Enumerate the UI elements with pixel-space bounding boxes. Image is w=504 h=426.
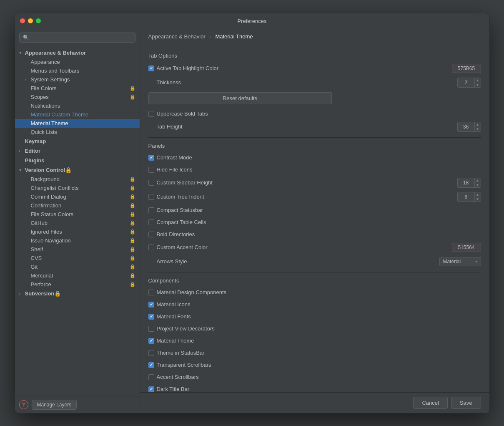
hide-file-icons-label: Hide File Icons	[157, 166, 193, 173]
tab-height-up[interactable]: ▲	[475, 122, 481, 127]
sidebar-item-changelist-conflicts[interactable]: Changelist Conflicts 🔒	[15, 184, 140, 192]
theme-in-statusbar-row: Theme in StatusBar	[148, 348, 481, 358]
lock-icon: 🔒	[130, 238, 135, 243]
thickness-up[interactable]: ▲	[475, 78, 481, 83]
active-tab-highlight-row: Active Tab Highlight Color 575B65	[148, 63, 481, 74]
uppercase-bold-tabs-checkbox[interactable]	[148, 111, 154, 117]
custom-tree-indent-up[interactable]: ▲	[475, 192, 481, 197]
material-theme-checkbox[interactable]	[148, 338, 154, 344]
thickness-down[interactable]: ▼	[475, 83, 481, 87]
sidebar-item-quick-lists[interactable]: Quick Lists	[15, 128, 140, 136]
material-design-components-checkbox[interactable]	[148, 290, 154, 295]
material-design-components-label: Material Design Components	[157, 289, 227, 295]
theme-in-statusbar-checkbox[interactable]	[148, 350, 154, 356]
thickness-row: Thickness 2 ▲ ▼	[148, 77, 481, 88]
maximize-button[interactable]	[36, 18, 41, 23]
compact-table-cells-checkbox[interactable]	[148, 219, 154, 225]
sidebar-item-appearance-behavior[interactable]: ▾ Appearance & Behavior	[15, 48, 140, 58]
sidebar-item-keymap[interactable]: › Keymap	[15, 136, 140, 146]
sidebar-item-github[interactable]: GitHub 🔒	[15, 219, 140, 227]
help-button[interactable]: ?	[19, 400, 28, 409]
search-input[interactable]	[19, 33, 135, 43]
compact-statusbar-checkbox[interactable]	[148, 207, 154, 213]
transparent-scrollbars-checkbox[interactable]	[148, 362, 154, 368]
sidebar-label: Appearance	[31, 59, 60, 65]
sidebar-item-background[interactable]: Background 🔒	[15, 175, 140, 184]
custom-accent-color-swatch[interactable]: 515564	[452, 243, 481, 252]
save-button[interactable]: Save	[451, 397, 481, 409]
accent-scrollbars-checkbox[interactable]	[148, 374, 154, 380]
sidebar-item-mercurial[interactable]: Mercurial 🔒	[15, 271, 140, 280]
accent-scrollbars-label: Accent Scrollbars	[157, 374, 199, 380]
project-view-decorators-checkbox[interactable]	[148, 326, 154, 332]
cancel-button[interactable]: Cancel	[413, 397, 447, 409]
sidebar-tree: ▾ Appearance & Behavior Appearance Menus…	[15, 46, 140, 396]
lock-icon: 🔒	[130, 273, 135, 278]
minimize-button[interactable]	[28, 18, 33, 23]
sidebar-label: Appearance & Behavior	[25, 50, 86, 56]
custom-sidebar-height-up[interactable]: ▲	[475, 178, 481, 183]
active-tab-highlight-color[interactable]: 575B65	[452, 64, 481, 73]
sidebar-item-file-colors[interactable]: File Colors 🔒	[15, 84, 140, 93]
breadcrumb-parent[interactable]: Appearance & Behavior	[148, 33, 206, 40]
expand-arrow: ›	[19, 291, 25, 296]
hide-file-icons-checkbox[interactable]	[148, 167, 154, 173]
sidebar-item-file-status-colors[interactable]: File Status Colors 🔒	[15, 210, 140, 219]
sidebar-item-perforce[interactable]: Perforce 🔒	[15, 280, 140, 289]
reset-defaults-button[interactable]: Reset defaults	[148, 92, 332, 104]
sidebar-label: Keymap	[25, 138, 46, 144]
lock-icon: 🔒	[130, 176, 135, 182]
accent-scrollbars-row: Accent Scrollbars	[148, 373, 481, 382]
custom-accent-color-checkbox[interactable]	[148, 245, 154, 250]
lock-icon: 🔒	[130, 94, 135, 100]
sidebar-label: Notifications	[31, 103, 60, 109]
active-tab-highlight-checkbox[interactable]	[148, 66, 154, 71]
material-fonts-checkbox[interactable]	[148, 314, 154, 320]
title-bar: Preferences	[15, 13, 489, 29]
divider-1	[148, 137, 481, 138]
sidebar-item-cvs[interactable]: CVS 🔒	[15, 254, 140, 262]
sidebar-item-shelf[interactable]: Shelf 🔒	[15, 245, 140, 254]
sidebar-item-commit-dialog[interactable]: Commit Dialog 🔒	[15, 192, 140, 201]
manage-layers-button[interactable]: Manage Layers	[32, 400, 77, 410]
close-button[interactable]	[20, 18, 25, 23]
expand-arrow: ▾	[19, 50, 25, 55]
contrast-mode-row: Contrast Mode	[148, 153, 481, 162]
dark-title-bar-checkbox[interactable]	[148, 386, 154, 392]
uppercase-bold-tabs-label: Uppercase Bold Tabs	[157, 111, 208, 117]
compact-statusbar-label: Compact Statusbar	[157, 207, 203, 213]
sidebar-item-git[interactable]: Git 🔒	[15, 262, 140, 271]
sidebar-item-material-theme[interactable]: Material Theme	[15, 119, 140, 128]
thickness-arrows: ▲ ▼	[474, 78, 481, 87]
compact-table-cells-row: Compact Table Cells	[148, 218, 481, 227]
custom-tree-indent-label: Custom Tree Indent	[157, 194, 457, 200]
tab-height-down[interactable]: ▼	[475, 127, 481, 131]
lock-icon: 🔒	[130, 220, 135, 226]
sidebar-item-ignored-files[interactable]: Ignored Files 🔒	[15, 227, 140, 236]
bold-directories-checkbox[interactable]	[148, 232, 154, 237]
custom-sidebar-height-checkbox[interactable]	[148, 180, 154, 186]
custom-sidebar-height-down[interactable]: ▼	[475, 183, 481, 187]
arrows-style-dropdown[interactable]: Material ▾	[439, 257, 481, 266]
sidebar-item-version-control[interactable]: ▾ Version Control 🔒	[15, 165, 140, 175]
dark-title-bar-row: Dark Title Bar	[148, 385, 481, 392]
sidebar-item-confirmation[interactable]: Confirmation 🔒	[15, 201, 140, 210]
material-icons-checkbox[interactable]	[148, 302, 154, 308]
sidebar-item-notifications[interactable]: Notifications	[15, 101, 140, 110]
sidebar-item-subversion[interactable]: › Subversion 🔒	[15, 289, 140, 298]
sidebar-item-plugins[interactable]: › Plugins	[15, 156, 140, 165]
sidebar-item-editor[interactable]: › Editor	[15, 146, 140, 156]
sidebar-item-system-settings[interactable]: › System Settings	[15, 75, 140, 84]
custom-tree-indent-checkbox[interactable]	[148, 194, 154, 200]
sidebar-item-issue-navigation[interactable]: Issue Navigation 🔒	[15, 236, 140, 245]
sidebar-item-material-custom-theme[interactable]: Material Custom Theme	[15, 110, 140, 119]
custom-tree-indent-value: 6	[458, 193, 474, 201]
sidebar: ▾ Appearance & Behavior Appearance Menus…	[15, 29, 140, 413]
custom-tree-indent-down[interactable]: ▼	[475, 197, 481, 202]
sidebar-item-appearance[interactable]: Appearance	[15, 58, 140, 66]
sidebar-label: Perforce	[31, 281, 51, 287]
contrast-mode-checkbox[interactable]	[148, 155, 154, 161]
sidebar-item-menus-toolbars[interactable]: Menus and Toolbars	[15, 66, 140, 75]
breadcrumb-separator: ›	[209, 33, 211, 40]
sidebar-item-scopes[interactable]: Scopes 🔒	[15, 93, 140, 101]
